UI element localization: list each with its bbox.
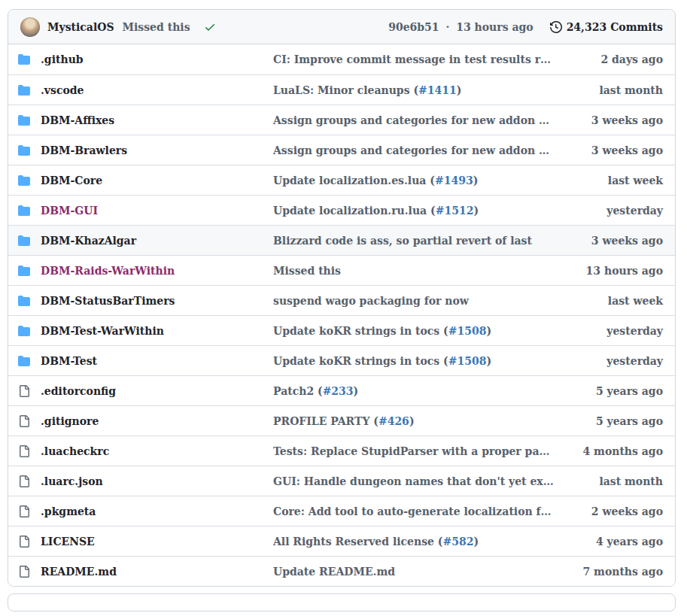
commit-message-cell[interactable]: GUI: Handle dungeon names that don't yet… <box>273 475 562 487</box>
table-row[interactable]: LICENSE All Rights Reserved license (#58… <box>8 526 675 556</box>
commits-history-link[interactable]: 24,323 Commits <box>550 21 663 33</box>
file-name-link[interactable]: .editorconfig <box>41 385 116 397</box>
file-name-link[interactable]: DBM-Brawlers <box>41 144 127 156</box>
file-name-cell: DBM-Brawlers <box>8 144 273 156</box>
avatar[interactable] <box>20 17 40 37</box>
file-name-link[interactable]: DBM-StatusBarTimers <box>41 295 175 307</box>
commit-message-cell[interactable]: All Rights Reserved license (#582) <box>273 536 562 548</box>
table-row[interactable]: DBM-Brawlers Assign groups and categorie… <box>8 135 675 165</box>
commit-pr-link[interactable]: #582 <box>442 536 473 548</box>
table-row[interactable]: .luarc.json GUI: Handle dungeon names th… <box>8 466 675 496</box>
file-name-link[interactable]: DBM-GUI <box>41 205 98 217</box>
commit-message-post: ) <box>473 205 479 217</box>
commit-pr-link[interactable]: #1508 <box>448 355 487 367</box>
file-name-link[interactable]: .github <box>41 53 84 65</box>
file-name-link[interactable]: .luacheckrc <box>41 445 109 457</box>
commit-message-post: ) <box>409 415 415 427</box>
file-name-link[interactable]: .luarc.json <box>41 475 103 487</box>
commit-message-cell[interactable]: Update README.md <box>273 566 562 578</box>
commit-pr-link[interactable]: #1508 <box>448 325 487 337</box>
commit-message-cell[interactable]: PROFILE PARTY (#426) <box>273 415 562 427</box>
separator-dot: · <box>445 21 449 33</box>
commit-message-cell[interactable]: suspend wago packaging for now <box>273 295 562 307</box>
table-row[interactable]: .vscode LuaLS: Minor cleanups (#1411) la… <box>8 74 675 105</box>
table-row[interactable]: DBM-Raids-WarWithin Missed this 13 hours… <box>8 255 675 285</box>
file-name-link[interactable]: README.md <box>41 566 117 578</box>
file-name-link[interactable]: DBM-Affixes <box>41 114 114 126</box>
commit-date: 2 weeks ago <box>562 505 675 517</box>
file-name-link[interactable]: DBM-KhazAlgar <box>41 235 136 247</box>
commit-pr-link[interactable]: #233 <box>323 385 354 397</box>
commit-pr-link[interactable]: #1512 <box>436 205 474 217</box>
commit-pr-link[interactable]: #426 <box>378 415 409 427</box>
file-name-link[interactable]: DBM-Test <box>41 355 97 367</box>
commit-message-cell[interactable]: Update koKR strings in tocs (#1508) <box>273 355 562 367</box>
file-name-cell: DBM-Test-WarWithin <box>8 325 273 337</box>
commit-date: 3 weeks ago <box>562 144 675 156</box>
table-row[interactable]: DBM-GUI Update localization.ru.lua (#151… <box>8 195 675 225</box>
folder-icon <box>18 53 30 65</box>
table-row[interactable]: .github CI: Improve commit message in te… <box>8 44 675 74</box>
table-row[interactable]: DBM-Test Update koKR strings in tocs (#1… <box>8 345 675 375</box>
table-row[interactable]: DBM-Affixes Assign groups and categories… <box>8 105 675 135</box>
commit-message-cell[interactable]: LuaLS: Minor cleanups (#1411) <box>273 84 562 96</box>
commit-message-pre: Update localization.ru.lua ( <box>273 205 436 217</box>
commits-label: Commits <box>610 21 663 33</box>
commit-message-cell[interactable]: Patch2 (#233) <box>273 385 562 397</box>
history-clock-icon <box>550 21 562 33</box>
table-row[interactable]: DBM-StatusBarTimers suspend wago packagi… <box>8 285 675 315</box>
folder-icon <box>18 144 30 156</box>
table-row[interactable]: DBM-Test-WarWithin Update koKR strings i… <box>8 315 675 345</box>
table-row[interactable]: .pkgmeta Core: Add tool to auto-generate… <box>8 496 675 526</box>
commit-message-cell[interactable]: Assign groups and categories for new add… <box>273 114 562 126</box>
commit-sha-and-time[interactable]: 90e6b51 · 13 hours ago <box>388 21 533 33</box>
file-name-link[interactable]: DBM-Test-WarWithin <box>41 325 164 337</box>
commit-message-cell[interactable]: Tests: Replace StupidParser with a prope… <box>273 445 562 457</box>
commit-message-post: ) <box>486 355 491 367</box>
commit-message-cell[interactable]: Update koKR strings in tocs (#1508) <box>273 325 562 337</box>
commit-message-pre: Update localization.es.lua ( <box>273 174 435 187</box>
file-icon <box>18 536 30 548</box>
commit-pr-link[interactable]: #1411 <box>418 84 457 96</box>
commit-date: 2 days ago <box>562 53 675 65</box>
file-icon <box>18 445 30 457</box>
file-name-link[interactable]: DBM-Core <box>41 174 102 187</box>
commit-message-pre: Update koKR strings in tocs ( <box>273 355 448 367</box>
commit-message-link[interactable]: Missed this <box>123 21 190 33</box>
commit-message-pre: Tests: Replace StupidParser with a prope… <box>273 445 562 457</box>
file-icon <box>18 385 30 397</box>
file-name-link[interactable]: .pkgmeta <box>41 505 96 517</box>
commit-author-link[interactable]: MysticalOS <box>47 21 114 33</box>
table-row[interactable]: .editorconfig Patch2 (#233) 5 years ago <box>8 375 675 405</box>
file-name-link[interactable]: .gitignore <box>41 415 99 427</box>
file-name-cell: LICENSE <box>8 536 273 548</box>
table-row[interactable]: .luacheckrc Tests: Replace StupidParser … <box>8 435 675 466</box>
commit-message-cell[interactable]: Blizzard code is ass, so partial revert … <box>273 235 562 247</box>
commit-message-cell[interactable]: Update localization.ru.lua (#1512) <box>273 205 562 217</box>
commit-message-pre: Update koKR strings in tocs ( <box>273 325 448 337</box>
folder-icon <box>18 84 30 96</box>
commit-date: 4 months ago <box>562 445 675 457</box>
table-row[interactable]: DBM-Core Update localization.es.lua (#14… <box>8 165 675 195</box>
commit-pr-link[interactable]: #1493 <box>435 174 473 187</box>
commit-date: 3 weeks ago <box>562 114 675 126</box>
file-name-link[interactable]: .vscode <box>41 84 84 96</box>
readme-box-top <box>8 593 676 611</box>
table-row[interactable]: .gitignore PROFILE PARTY (#426) 5 years … <box>8 405 675 435</box>
table-row[interactable]: README.md Update README.md 7 months ago <box>8 556 675 586</box>
commit-message-cell[interactable]: Update localization.es.lua (#1493) <box>273 174 562 187</box>
commit-message-cell[interactable]: Assign groups and categories for new add… <box>273 144 562 156</box>
commit-message-cell[interactable]: Missed this <box>273 265 562 277</box>
commit-sha[interactable]: 90e6b51 <box>388 21 439 33</box>
file-icon <box>18 475 30 487</box>
file-name-link[interactable]: LICENSE <box>41 536 95 548</box>
commit-date: 13 hours ago <box>562 265 675 277</box>
table-row[interactable]: DBM-KhazAlgar Blizzard code is ass, so p… <box>8 225 675 255</box>
file-icon <box>18 566 30 578</box>
commit-message-cell[interactable]: Core: Add tool to auto-generate localiza… <box>273 505 562 517</box>
check-icon[interactable] <box>204 21 216 33</box>
commit-message-post: ) <box>354 385 359 397</box>
commit-message-cell[interactable]: CI: Improve commit message in test resul… <box>273 53 562 65</box>
folder-icon <box>18 295 30 307</box>
file-name-link[interactable]: DBM-Raids-WarWithin <box>41 265 175 277</box>
